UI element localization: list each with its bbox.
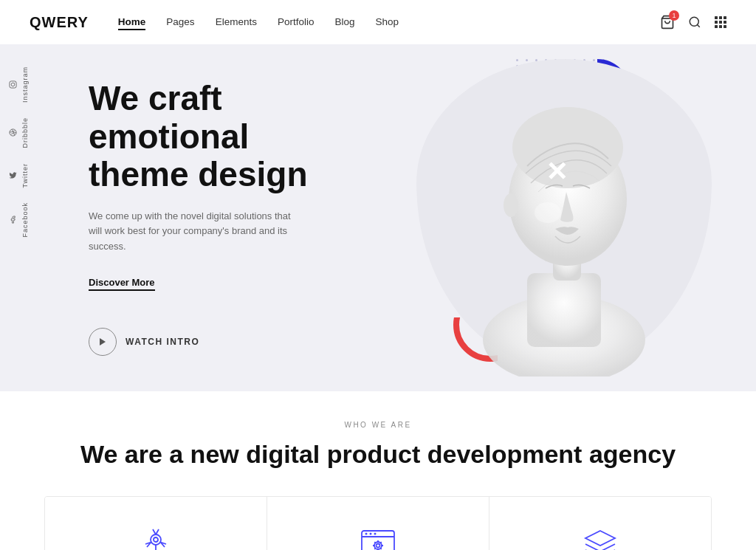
social-dribbble[interactable]: Dribbble [0, 110, 35, 156]
logo[interactable]: QWERY [30, 14, 89, 31]
code-icon [289, 523, 467, 550]
who-section: WHO WE ARE We are a new digital product … [0, 391, 756, 550]
nav-blog[interactable]: Blog [334, 16, 354, 29]
svg-line-30 [374, 548, 375, 549]
sculpture-image [431, 52, 697, 377]
nav-elements[interactable]: Elements [216, 16, 257, 29]
card-clean-code: Super Clean Code [267, 497, 489, 550]
svg-rect-8 [527, 273, 601, 347]
svg-point-13 [535, 202, 561, 223]
search-icon[interactable] [688, 16, 701, 29]
twitter-icon [9, 171, 17, 179]
hero-description: We come up with the novel digital soluti… [89, 209, 303, 255]
facebook-label: Facebook [21, 202, 29, 238]
svg-point-11 [512, 107, 623, 188]
section-title: We are a new digital product development… [44, 439, 712, 470]
cart-icon[interactable]: 1 [660, 15, 675, 30]
layers-icon [512, 523, 689, 550]
dribbble-icon [9, 128, 17, 137]
section-tag: WHO WE ARE [44, 421, 712, 429]
svg-line-27 [374, 542, 375, 543]
nav-portfolio[interactable]: Portfolio [278, 16, 315, 29]
svg-point-20 [374, 532, 377, 534]
svg-point-19 [370, 532, 372, 534]
cart-badge: 1 [669, 10, 679, 21]
nav-shop[interactable]: Shop [375, 16, 399, 29]
discover-button[interactable]: Discover More [89, 277, 155, 291]
play-circle-icon [89, 328, 117, 356]
svg-rect-3 [10, 81, 16, 88]
dribbble-label: Dribbble [21, 117, 29, 148]
nav-pages[interactable]: Pages [166, 16, 194, 29]
svg-point-14 [151, 534, 161, 545]
facebook-icon [9, 216, 17, 224]
svg-line-29 [380, 542, 381, 543]
social-facebook[interactable]: Facebook [0, 195, 35, 245]
card-possibilities: Endless Possibilities [45, 497, 267, 550]
x-mark-decoration: ✕ [546, 159, 568, 185]
watch-intro-button[interactable]: WATCH INTRO [89, 328, 310, 356]
watch-intro-label: WATCH INTRO [126, 337, 199, 347]
possibilities-icon [67, 523, 244, 550]
svg-line-28 [380, 548, 381, 549]
social-instagram[interactable]: Instagram [0, 59, 35, 110]
svg-point-12 [504, 193, 518, 217]
hero-section: We craft emotional theme design We come … [0, 44, 756, 391]
grid-menu-icon[interactable] [715, 16, 726, 28]
social-twitter[interactable]: Twitter [0, 156, 35, 196]
nav-home[interactable]: Home [118, 16, 146, 29]
svg-point-4 [11, 83, 15, 86]
svg-point-15 [154, 537, 158, 542]
hero-content: We craft emotional theme design We come … [0, 80, 369, 356]
svg-point-1 [690, 17, 698, 26]
sidebar-social: Instagram Dribbble Twitter Facebook [0, 59, 35, 245]
instagram-icon [9, 80, 17, 89]
hero-image-area: // Will be rendered via JS below [343, 44, 756, 391]
header: QWERY Home Pages Elements Portfolio Blog… [0, 0, 756, 44]
card-support: Free Updates & Support [489, 497, 711, 550]
feature-cards: Endless Possibilities [44, 496, 712, 550]
svg-point-22 [377, 543, 380, 547]
hero-title: We craft emotional theme design [89, 80, 310, 194]
svg-line-2 [697, 24, 699, 27]
main-nav: Home Pages Elements Portfolio Blog Shop [118, 16, 660, 29]
header-icons: 1 [660, 15, 726, 30]
svg-marker-31 [585, 531, 615, 546]
svg-point-18 [365, 532, 368, 534]
instagram-label: Instagram [21, 66, 29, 103]
svg-point-5 [15, 83, 16, 83]
twitter-label: Twitter [21, 163, 29, 188]
